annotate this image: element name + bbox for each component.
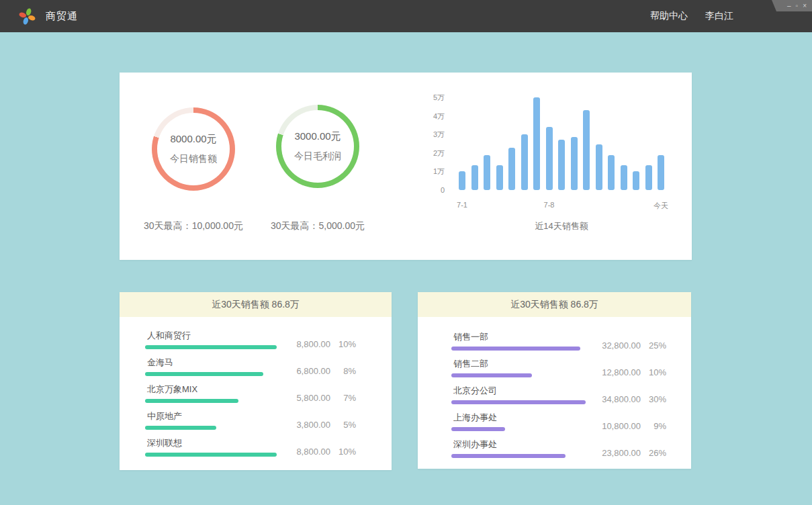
y-axis-tick: 1万	[433, 167, 445, 177]
department-percent: 30%	[641, 394, 666, 404]
customer-percent: 7%	[330, 393, 356, 403]
customer-row[interactable]: 深圳联想 8,800.00 10%	[145, 438, 356, 457]
department-progress-bar	[451, 427, 505, 431]
chart-bar	[459, 171, 465, 190]
titlebar: 商贸通 帮助中心 李白江 – ▫ ×	[0, 0, 812, 32]
chart-bar	[546, 127, 553, 190]
y-axis-tick: 2万	[433, 148, 445, 158]
customer-percent: 10%	[330, 447, 356, 457]
customer-percent: 5%	[330, 420, 356, 430]
customer-bar-group: 中原地产	[145, 411, 277, 430]
customer-row[interactable]: 人和商贸行 8,800.00 10%	[145, 330, 356, 349]
y-axis-tick: 0	[441, 186, 445, 194]
customer-bar-group: 人和商贸行	[145, 330, 277, 349]
department-amount: 34,800.00	[587, 394, 641, 404]
department-amount: 12,800.00	[587, 367, 641, 377]
departments-rank-list: 销售一部 32,800.00 25% 销售二部 12,800.00 10%	[418, 317, 691, 458]
customer-values: 3,800.00 5%	[277, 420, 356, 430]
customer-amount: 8,800.00	[277, 339, 330, 349]
maximize-icon[interactable]: ▫	[796, 3, 799, 9]
departments-ranking-card: 近30天销售额 86.8万 销售一部 32,800.00 25% 销售二部	[418, 292, 691, 469]
chart-bar	[608, 155, 615, 190]
chart-bar	[571, 137, 578, 190]
department-values: 34,800.00 30%	[587, 394, 666, 404]
department-row[interactable]: 北京分公司 34,800.00 30%	[451, 385, 666, 404]
customer-progress-bar	[145, 399, 238, 403]
chart-bar	[658, 155, 664, 190]
department-progress-bar	[451, 400, 586, 404]
today-profit-donut: 3000.00元 今日毛利润	[276, 105, 359, 188]
customer-progress-bar	[145, 372, 263, 376]
chart-bar	[645, 165, 652, 190]
department-amount: 10,800.00	[587, 421, 641, 431]
app-title: 商贸通	[46, 10, 78, 23]
customer-progress-bar	[145, 453, 277, 457]
customer-bar-group: 金海马	[145, 357, 277, 376]
department-amount: 32,800.00	[587, 340, 641, 351]
department-name: 销售二部	[453, 359, 586, 369]
today-sales-value: 8000.00元	[170, 133, 216, 146]
customer-row[interactable]: 中原地产 3,800.00 5%	[145, 411, 356, 430]
window-controls: – ▫ ×	[772, 0, 812, 11]
department-percent: 10%	[641, 367, 666, 377]
chart-bar	[633, 171, 639, 190]
chart-bar	[471, 165, 478, 190]
customer-values: 8,800.00 10%	[277, 447, 356, 457]
department-values: 23,800.00 26%	[587, 448, 666, 458]
chart-bar	[621, 165, 627, 190]
customers-rank-list: 人和商贸行 8,800.00 10% 金海马 6,800.00 8%	[120, 317, 392, 457]
department-row[interactable]: 销售二部 12,800.00 10%	[451, 359, 666, 377]
y-axis-tick: 3万	[433, 130, 445, 140]
help-center-link[interactable]: 帮助中心	[650, 10, 688, 22]
department-amount: 23,800.00	[587, 448, 641, 458]
department-row[interactable]: 深圳办事处 23,800.00 26%	[451, 439, 666, 458]
customer-amount: 6,800.00	[277, 366, 330, 376]
department-row[interactable]: 上海办事处 10,800.00 9%	[451, 412, 666, 431]
customer-amount: 5,800.00	[277, 393, 330, 403]
customer-values: 6,800.00 8%	[277, 366, 356, 376]
x-axis-tick: 今天	[653, 201, 668, 211]
customers-card-title: 近30天销售额 86.8万	[120, 292, 392, 317]
department-percent: 26%	[641, 448, 666, 458]
department-values: 12,800.00 10%	[587, 367, 666, 377]
customers-ranking-card: 近30天销售额 86.8万 人和商贸行 8,800.00 10% 金海马	[120, 292, 392, 470]
department-percent: 25%	[641, 340, 666, 351]
today-profit-donut-center: 3000.00元 今日毛利润	[281, 110, 354, 183]
app-logo-pinwheel-icon	[17, 7, 36, 26]
today-profit-label: 今日毛利润	[294, 150, 341, 163]
department-progress-bar	[451, 347, 580, 351]
customer-values: 8,800.00 10%	[277, 339, 356, 349]
customer-name: 人和商贸行	[147, 330, 277, 340]
department-bar-group: 深圳办事处	[451, 439, 586, 458]
customer-percent: 10%	[330, 339, 356, 349]
customer-progress-bar	[145, 426, 216, 430]
close-icon[interactable]: ×	[803, 3, 807, 9]
department-bar-group: 北京分公司	[451, 385, 586, 404]
department-row[interactable]: 销售一部 32,800.00 25%	[451, 332, 666, 351]
chart-bar	[596, 144, 602, 190]
customer-bar-group: 深圳联想	[145, 438, 277, 457]
chart-bar	[533, 97, 540, 190]
y-axis-tick: 5万	[433, 93, 445, 103]
department-bar-group: 销售二部	[451, 359, 586, 377]
customer-values: 5,800.00 7%	[277, 393, 356, 403]
customer-row[interactable]: 金海马 6,800.00 8%	[145, 357, 356, 376]
customer-progress-bar	[145, 345, 277, 349]
sales-chart-x-axis: 7-17-8今天	[459, 201, 664, 210]
sales-14day-bar-chart	[459, 97, 664, 190]
department-bar-group: 上海办事处	[451, 412, 586, 431]
customer-name: 金海马	[147, 357, 277, 367]
current-user-link[interactable]: 李白江	[705, 10, 733, 22]
today-profit-value: 3000.00元	[294, 130, 341, 143]
customer-percent: 8%	[330, 366, 356, 376]
x-axis-tick: 7-1	[457, 201, 467, 209]
departments-card-title: 近30天销售额 86.8万	[418, 292, 691, 317]
customer-amount: 3,800.00	[277, 420, 330, 430]
department-progress-bar	[451, 373, 532, 377]
today-sales-donut: 8000.00元 今日销售额	[152, 107, 235, 191]
department-name: 销售一部	[453, 332, 586, 342]
customer-row[interactable]: 北京万象MIX 5,800.00 7%	[145, 384, 356, 403]
chart-bar	[496, 165, 503, 190]
sales-chart-title: 近14天销售额	[459, 220, 664, 232]
minimize-icon[interactable]: –	[787, 3, 791, 9]
